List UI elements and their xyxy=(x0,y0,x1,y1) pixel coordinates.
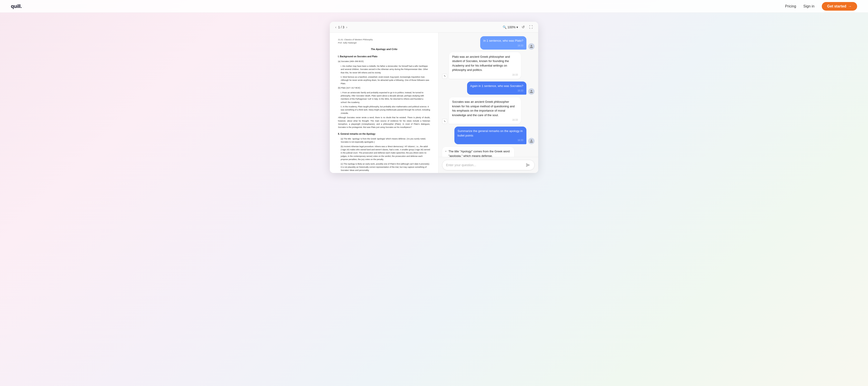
message-time-1: 16:33 xyxy=(484,44,523,47)
pdf-section-2-heading: II. General remarks on the Apology xyxy=(338,132,430,136)
page-separator: / xyxy=(341,25,342,29)
zoom-chevron-icon: ▾ xyxy=(517,25,518,29)
pdf-section-1-heading: I. Background on Socrates and Plato xyxy=(338,55,430,58)
user-icon-5 xyxy=(530,139,533,143)
message-row-1: In 1 sentence, who was Plato? 16:33 xyxy=(442,36,534,50)
fullscreen-button[interactable]: ⛶ xyxy=(528,24,534,30)
message-bubble-1: In 1 sentence, who was Plato? 16:33 xyxy=(480,36,526,50)
zoom-level: 100% xyxy=(507,25,516,29)
message-bubble-4: Socrates was an ancient Greek philosophe… xyxy=(449,97,521,124)
bullet-list-6: The title "Apology" comes from the Greek… xyxy=(445,149,511,157)
doc-toolbar: ‹ 1 / 3 › 🔍 100% ▾ ↺ ⛶ xyxy=(330,22,538,33)
user-icon-3 xyxy=(530,90,533,93)
main-content: ‹ 1 / 3 › 🔍 100% ▾ ↺ ⛶ 21.01: xyxy=(0,0,868,386)
message-text-3: Again in 1 sentence, who was Socrates? xyxy=(470,84,523,88)
chat-input-area xyxy=(438,157,538,173)
edit-wrap-2: ✎ xyxy=(442,74,447,79)
pdf-header: 21.01: Classics of Western Philosophy Pr… xyxy=(338,38,430,44)
doc-viewer: ‹ 1 / 3 › 🔍 100% ▾ ↺ ⛶ 21.01: xyxy=(330,22,538,173)
send-button[interactable] xyxy=(525,162,531,168)
message-row-2: ✎ Plato was an ancient Greek philosopher… xyxy=(442,52,534,79)
pdf-s2-i1: (a) The title: 'apology' is from the Gre… xyxy=(338,137,430,144)
pdf-prof: Prof. Sally Hadanger xyxy=(338,41,430,44)
message-row-3: Again in 1 sentence, who was Socrates? 1… xyxy=(442,82,534,95)
signin-link[interactable]: Sign in xyxy=(803,4,814,8)
zoom-control[interactable]: 🔍 100% ▾ xyxy=(503,25,518,29)
chat-input[interactable] xyxy=(446,163,524,167)
pdf-s2-i2: (b) Ancient Athenian legal procedure: At… xyxy=(338,145,430,161)
page-next-button[interactable]: › xyxy=(345,25,348,29)
pdf-s1-i3: i. From an aristocratic family and proba… xyxy=(338,91,430,104)
message-time-3: 16:33 xyxy=(470,89,523,92)
pdf-s1-i4: ii. At the Academy, Plato taught philoso… xyxy=(338,105,430,115)
cta-label: Get started xyxy=(827,4,846,8)
navbar: quill. Pricing Sign in Get started → xyxy=(0,0,868,13)
logo: quill. xyxy=(11,3,22,9)
split-view: 21.01: Classics of Western Philosophy Pr… xyxy=(330,33,538,173)
edit-button-4[interactable]: ✎ xyxy=(442,119,447,124)
user-avatar-3 xyxy=(528,88,534,95)
pdf-plato-label: (b) Plato (427–317 BCE) xyxy=(338,86,430,89)
message-bubble-6: The title "Apology" comes from the Greek… xyxy=(442,147,514,157)
message-time-4: 16:33 xyxy=(452,118,518,122)
message-time-2: 16:33 xyxy=(452,73,518,76)
refresh-button[interactable]: ↺ xyxy=(521,24,526,30)
message-bubble-2: Plato was an ancient Greek philosopher a… xyxy=(449,52,521,79)
page-indicator: 1 / 3 xyxy=(338,25,344,29)
chat-messages: In 1 sentence, who was Plato? 16:33 ✎ xyxy=(438,33,538,157)
pdf-s1-note: Although Socrates never wrote a word, th… xyxy=(338,116,430,129)
message-text-2: Plato was an ancient Greek philosopher a… xyxy=(452,55,518,72)
message-row-6: The title "Apology" comes from the Greek… xyxy=(442,147,534,157)
pdf-s1-i2: ii. Most famous as a barefoot, unwashed,… xyxy=(338,75,430,85)
bullet-item-1: The title "Apology" comes from the Greek… xyxy=(445,149,511,157)
page-prev-button[interactable]: ‹ xyxy=(334,25,337,29)
cta-arrow: → xyxy=(848,4,852,8)
pdf-s2-i3: (c) The Apology is likely an early work,… xyxy=(338,162,430,172)
message-row-5: Summarize the general remarks on the apo… xyxy=(442,127,534,144)
page-nav: ‹ 1 / 3 › xyxy=(334,25,348,29)
message-time-5: 16:33 xyxy=(458,138,523,142)
user-icon-1 xyxy=(530,44,533,48)
pdf-socrates-label: (a) Socrates (469–399 BCE) xyxy=(338,60,430,63)
nav-right: Pricing Sign in Get started → xyxy=(785,2,857,11)
chat-input-wrap xyxy=(442,160,534,170)
pdf-panel: 21.01: Classics of Western Philosophy Pr… xyxy=(330,33,438,173)
message-bubble-3: Again in 1 sentence, who was Socrates? 1… xyxy=(467,82,526,95)
search-icon: 🔍 xyxy=(503,25,506,29)
chat-panel: In 1 sentence, who was Plato? 16:33 ✎ xyxy=(438,33,538,173)
page-total: 3 xyxy=(342,25,344,29)
user-avatar-1 xyxy=(528,43,534,50)
page-current: 1 xyxy=(338,25,340,29)
edit-wrap-4: ✎ xyxy=(442,119,447,124)
message-row-4: ✎ Socrates was an ancient Greek philosop… xyxy=(442,97,534,124)
pdf-course: 21.01: Classics of Western Philosophy xyxy=(338,38,430,41)
pdf-s1-i1: i. His mother may have been a midwife, h… xyxy=(338,65,430,74)
user-avatar-5 xyxy=(528,138,534,144)
send-icon xyxy=(526,163,530,167)
edit-button-2[interactable]: ✎ xyxy=(442,74,447,79)
pdf-title: The Apology and Crito xyxy=(338,47,430,52)
pricing-link[interactable]: Pricing xyxy=(785,4,796,8)
message-bubble-5: Summarize the general remarks on the apo… xyxy=(455,127,526,144)
message-text-1: In 1 sentence, who was Plato? xyxy=(484,38,523,43)
get-started-button[interactable]: Get started → xyxy=(822,2,857,11)
message-text-4: Socrates was an ancient Greek philosophe… xyxy=(452,100,518,117)
message-text-5: Summarize the general remarks on the apo… xyxy=(458,129,523,138)
